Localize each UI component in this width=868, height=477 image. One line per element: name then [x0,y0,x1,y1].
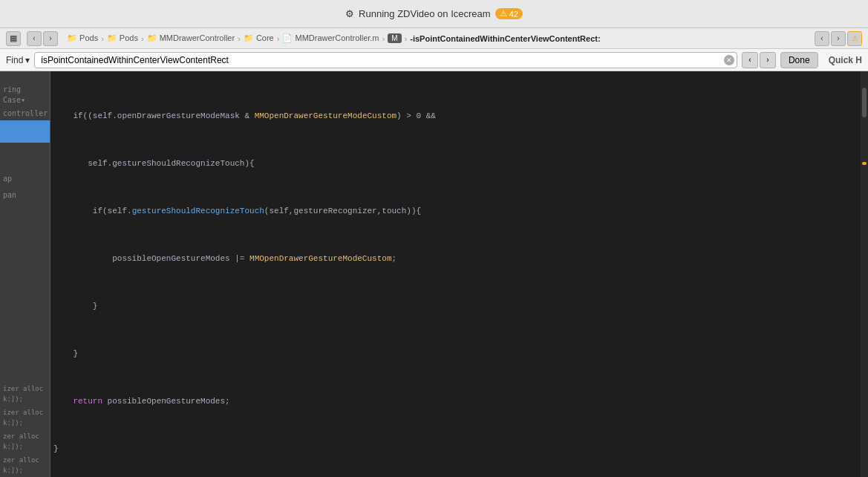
breadcrumb-mmdrawer[interactable]: 📁 MMDrawerController [147,33,235,43]
search-prev-button[interactable]: ‹ [742,52,758,68]
search-input-container: ✕ [34,52,737,68]
quick-help-label: Quick H [829,55,862,65]
breadcrumb-pods1[interactable]: 📁 Pods [67,33,98,43]
sidebar-item-controller: controller [0,107,50,120]
breadcrumb-method[interactable]: -isPointContainedWithinCenterViewContent… [410,34,600,43]
search-navigation: ‹ › [742,52,776,68]
search-next-button[interactable]: › [760,52,776,68]
warning-count: 42 [509,10,518,19]
nav-back-button[interactable]: ‹ [27,31,42,46]
title-bar: ⚙ Running ZDVideo on Icecream ⚠ 42 [0,0,868,28]
breadcrumb-bar: ▦ ‹ › 📁 Pods › 📁 Pods › 📁 MMDrawerContro… [0,28,868,49]
warning-icon: ⚠ [500,9,507,19]
nav-forward-button[interactable]: › [43,31,58,46]
breadcrumb-pods2[interactable]: 📁 Pods [107,33,138,43]
grid-button[interactable]: ▦ [6,31,21,46]
sidebar-item-ringcase: ring Case▾ [0,83,50,107]
code-line: if((self.openDrawerGestureModeMask & MMO… [50,110,861,122]
sidebar-item-zer1: zer allock:]); [0,429,50,453]
code-line: } [50,300,861,312]
done-button[interactable]: Done [780,52,818,68]
code-content: if((self.openDrawerGestureModeMask & MMO… [50,71,861,477]
search-input[interactable] [34,52,737,68]
code-line: } [50,348,861,360]
warning-nav-button[interactable]: ⚠ [847,31,862,46]
breadcrumb-file[interactable]: 📄 MMDrawerController.m [282,33,379,43]
code-line: self.gestureShouldRecognizeTouch){ [50,158,861,169]
sidebar-item-izer2: izer allock:]); [0,406,50,429]
warning-badge[interactable]: ⚠ 42 [495,8,523,19]
find-dropdown-icon[interactable]: ▾ [25,55,30,65]
scrollbar-area [861,71,868,477]
sidebar-item-zer2: zer allock:]); [0,453,50,477]
window-title: Running ZDVideo on Icecream [359,8,491,19]
main-area: ring Case▾ controller ap pan izer allock… [0,71,868,477]
find-label: Find ▾ [6,55,30,65]
code-editor[interactable]: if((self.openDrawerGestureModeMask & MMO… [50,71,861,477]
code-line: if(self.gestureShouldRecognizeTouch(self… [50,205,861,217]
left-sidebar: ring Case▾ controller ap pan izer allock… [0,71,50,477]
breadcrumb-badge: M [388,33,401,43]
scrollbar-thumb[interactable] [862,88,867,117]
breadcrumb-core[interactable]: 📁 Core [244,33,274,43]
code-line: possibleOpenGestureModes |= MMOpenDrawer… [50,253,861,265]
breadcrumb-next-button[interactable]: › [831,31,846,46]
breadcrumb-prev-button[interactable]: ‹ [815,31,829,46]
code-line: } [50,443,861,455]
search-clear-button[interactable]: ✕ [724,55,734,65]
search-bar: Find ▾ ✕ ‹ › Done Quick H [0,49,868,71]
warning-scroll-indicator [862,162,867,165]
title-icon: ⚙ [345,8,354,19]
sidebar-item-ap: ap [0,172,50,186]
sidebar-item-izer1: izer allock:]); [0,382,50,406]
sidebar-item-pan: pan [0,189,50,202]
code-line: return possibleOpenGestureModes; [50,395,861,407]
